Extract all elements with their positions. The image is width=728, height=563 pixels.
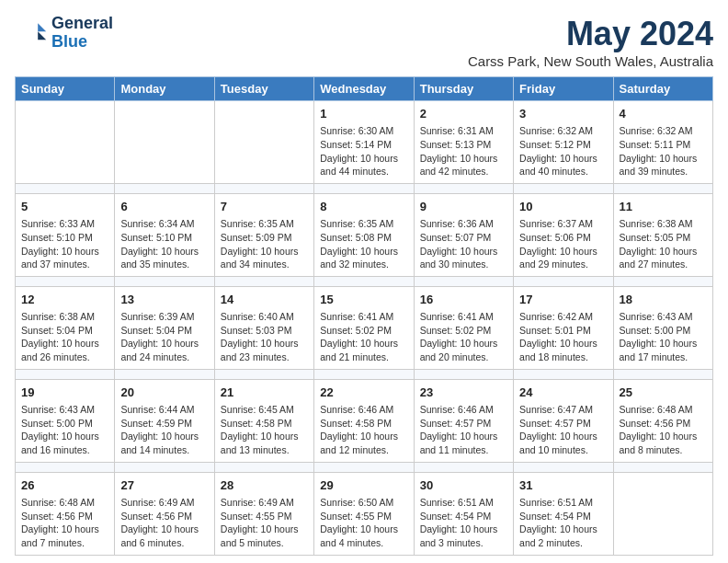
week-separator xyxy=(16,183,713,193)
day-info: Sunrise: 6:31 AM Sunset: 5:13 PM Dayligh… xyxy=(420,124,507,178)
day-info: Sunrise: 6:35 AM Sunset: 5:08 PM Dayligh… xyxy=(320,217,407,271)
day-info: Sunrise: 6:48 AM Sunset: 4:56 PM Dayligh… xyxy=(620,403,707,457)
calendar-cell: 29Sunrise: 6:50 AM Sunset: 4:55 PM Dayli… xyxy=(314,472,414,555)
day-number: 26 xyxy=(21,477,108,494)
calendar-cell: 26Sunrise: 6:48 AM Sunset: 4:56 PM Dayli… xyxy=(16,472,115,555)
day-info: Sunrise: 6:39 AM Sunset: 5:04 PM Dayligh… xyxy=(120,310,208,364)
day-number: 25 xyxy=(620,385,707,401)
logo-text-line2: Blue xyxy=(51,33,113,52)
day-info: Sunrise: 6:30 AM Sunset: 5:14 PM Dayligh… xyxy=(320,124,407,178)
calendar-cell: 5Sunrise: 6:33 AM Sunset: 5:10 PM Daylig… xyxy=(16,193,115,276)
header-tuesday: Tuesday xyxy=(214,77,313,101)
day-number: 24 xyxy=(519,385,607,401)
day-number: 29 xyxy=(320,477,407,494)
calendar-cell: 2Sunrise: 6:31 AM Sunset: 5:13 PM Daylig… xyxy=(414,101,513,184)
day-info: Sunrise: 6:40 AM Sunset: 5:03 PM Dayligh… xyxy=(221,310,308,364)
calendar-cell: 20Sunrise: 6:44 AM Sunset: 4:59 PM Dayli… xyxy=(115,379,214,462)
calendar-cell: 24Sunrise: 6:47 AM Sunset: 4:57 PM Dayli… xyxy=(514,379,613,462)
day-info: Sunrise: 6:41 AM Sunset: 5:02 PM Dayligh… xyxy=(420,310,507,364)
calendar-cell: 28Sunrise: 6:49 AM Sunset: 4:55 PM Dayli… xyxy=(214,472,313,555)
calendar-week-5: 26Sunrise: 6:48 AM Sunset: 4:56 PM Dayli… xyxy=(16,472,713,555)
day-info: Sunrise: 6:47 AM Sunset: 4:57 PM Dayligh… xyxy=(519,403,607,457)
calendar-cell: 18Sunrise: 6:43 AM Sunset: 5:00 PM Dayli… xyxy=(613,286,712,369)
day-number: 4 xyxy=(620,106,707,122)
svg-marker-0 xyxy=(38,23,46,31)
day-number: 5 xyxy=(21,199,108,215)
calendar-week-3: 12Sunrise: 6:38 AM Sunset: 5:04 PM Dayli… xyxy=(16,286,713,369)
day-number: 7 xyxy=(221,199,308,215)
day-number: 3 xyxy=(519,106,607,122)
calendar-cell: 4Sunrise: 6:32 AM Sunset: 5:11 PM Daylig… xyxy=(613,101,712,184)
day-info: Sunrise: 6:38 AM Sunset: 5:04 PM Dayligh… xyxy=(21,310,108,364)
day-info: Sunrise: 6:34 AM Sunset: 5:10 PM Dayligh… xyxy=(120,217,208,271)
calendar-cell: 14Sunrise: 6:40 AM Sunset: 5:03 PM Dayli… xyxy=(214,286,313,369)
logo-icon xyxy=(15,17,48,50)
calendar-cell: 16Sunrise: 6:41 AM Sunset: 5:02 PM Dayli… xyxy=(414,286,513,369)
calendar-cell: 11Sunrise: 6:38 AM Sunset: 5:05 PM Dayli… xyxy=(613,193,712,276)
day-info: Sunrise: 6:49 AM Sunset: 4:55 PM Dayligh… xyxy=(221,496,308,550)
calendar-cell: 7Sunrise: 6:35 AM Sunset: 5:09 PM Daylig… xyxy=(214,193,313,276)
calendar-cell: 15Sunrise: 6:41 AM Sunset: 5:02 PM Dayli… xyxy=(314,286,414,369)
day-number: 23 xyxy=(420,385,507,401)
day-number: 16 xyxy=(420,292,507,308)
calendar-table: SundayMondayTuesdayWednesdayThursdayFrid… xyxy=(15,76,713,556)
calendar-cell xyxy=(115,101,214,184)
calendar-week-4: 19Sunrise: 6:43 AM Sunset: 5:00 PM Dayli… xyxy=(16,379,713,462)
day-info: Sunrise: 6:32 AM Sunset: 5:11 PM Dayligh… xyxy=(620,124,707,178)
week-separator xyxy=(16,462,713,472)
calendar-cell: 12Sunrise: 6:38 AM Sunset: 5:04 PM Dayli… xyxy=(16,286,115,369)
week-separator xyxy=(16,276,713,286)
header-wednesday: Wednesday xyxy=(314,77,414,101)
day-info: Sunrise: 6:44 AM Sunset: 4:59 PM Dayligh… xyxy=(120,403,208,457)
calendar-cell: 1Sunrise: 6:30 AM Sunset: 5:14 PM Daylig… xyxy=(314,101,414,184)
day-number: 17 xyxy=(519,292,607,308)
calendar-cell: 13Sunrise: 6:39 AM Sunset: 5:04 PM Dayli… xyxy=(115,286,214,369)
day-info: Sunrise: 6:37 AM Sunset: 5:06 PM Dayligh… xyxy=(519,217,607,271)
header-monday: Monday xyxy=(115,77,214,101)
day-number: 28 xyxy=(221,477,308,494)
day-info: Sunrise: 6:36 AM Sunset: 5:07 PM Dayligh… xyxy=(420,217,507,271)
day-number: 15 xyxy=(320,292,407,308)
calendar-week-1: 1Sunrise: 6:30 AM Sunset: 5:14 PM Daylig… xyxy=(16,101,713,184)
day-info: Sunrise: 6:43 AM Sunset: 5:00 PM Dayligh… xyxy=(620,310,707,364)
header-friday: Friday xyxy=(514,77,613,101)
day-number: 9 xyxy=(420,199,507,215)
day-info: Sunrise: 6:48 AM Sunset: 4:56 PM Dayligh… xyxy=(21,496,108,550)
calendar-cell: 6Sunrise: 6:34 AM Sunset: 5:10 PM Daylig… xyxy=(115,193,214,276)
day-number: 10 xyxy=(519,199,607,215)
day-info: Sunrise: 6:32 AM Sunset: 5:12 PM Dayligh… xyxy=(519,124,607,178)
calendar-cell: 21Sunrise: 6:45 AM Sunset: 4:58 PM Dayli… xyxy=(214,379,313,462)
svg-marker-1 xyxy=(38,31,46,40)
calendar-cell: 19Sunrise: 6:43 AM Sunset: 5:00 PM Dayli… xyxy=(16,379,115,462)
day-number: 6 xyxy=(120,199,208,215)
calendar-cell: 27Sunrise: 6:49 AM Sunset: 4:56 PM Dayli… xyxy=(115,472,214,555)
day-info: Sunrise: 6:41 AM Sunset: 5:02 PM Dayligh… xyxy=(320,310,407,364)
day-info: Sunrise: 6:38 AM Sunset: 5:05 PM Dayligh… xyxy=(620,217,707,271)
calendar-cell: 30Sunrise: 6:51 AM Sunset: 4:54 PM Dayli… xyxy=(414,472,513,555)
calendar-cell: 9Sunrise: 6:36 AM Sunset: 5:07 PM Daylig… xyxy=(414,193,513,276)
location: Carss Park, New South Wales, Australia xyxy=(468,53,713,69)
calendar-cell: 3Sunrise: 6:32 AM Sunset: 5:12 PM Daylig… xyxy=(514,101,613,184)
calendar-cell: 23Sunrise: 6:46 AM Sunset: 4:57 PM Dayli… xyxy=(414,379,513,462)
calendar-cell: 31Sunrise: 6:51 AM Sunset: 4:54 PM Dayli… xyxy=(514,472,613,555)
calendar-week-2: 5Sunrise: 6:33 AM Sunset: 5:10 PM Daylig… xyxy=(16,193,713,276)
day-info: Sunrise: 6:51 AM Sunset: 4:54 PM Dayligh… xyxy=(420,496,507,550)
logo-text-line1: General xyxy=(51,15,113,33)
calendar-cell: 17Sunrise: 6:42 AM Sunset: 5:01 PM Dayli… xyxy=(514,286,613,369)
title-block: May 2024 Carss Park, New South Wales, Au… xyxy=(468,15,713,69)
calendar-cell: 25Sunrise: 6:48 AM Sunset: 4:56 PM Dayli… xyxy=(613,379,712,462)
calendar-cell: 8Sunrise: 6:35 AM Sunset: 5:08 PM Daylig… xyxy=(314,193,414,276)
month-title: May 2024 xyxy=(468,15,713,53)
day-number: 30 xyxy=(420,477,507,494)
header-sunday: Sunday xyxy=(16,77,115,101)
day-number: 14 xyxy=(221,292,308,308)
header-thursday: Thursday xyxy=(414,77,513,101)
calendar-cell xyxy=(214,101,313,184)
day-info: Sunrise: 6:42 AM Sunset: 5:01 PM Dayligh… xyxy=(519,310,607,364)
day-number: 18 xyxy=(620,292,707,308)
day-number: 31 xyxy=(519,477,607,494)
day-number: 13 xyxy=(120,292,208,308)
calendar-cell xyxy=(613,472,712,555)
page-header: General Blue May 2024 Carss Park, New So… xyxy=(15,15,713,69)
day-info: Sunrise: 6:33 AM Sunset: 5:10 PM Dayligh… xyxy=(21,217,108,271)
